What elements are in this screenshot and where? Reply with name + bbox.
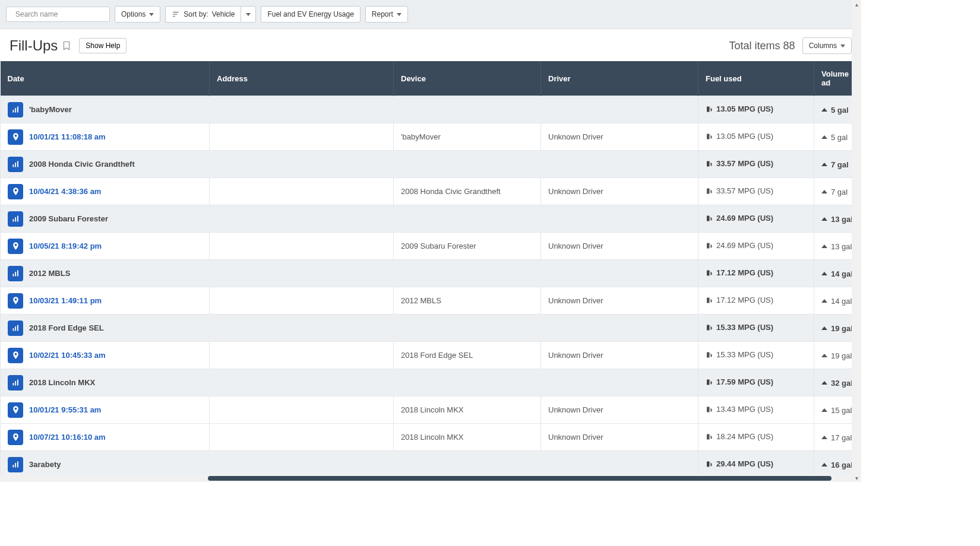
device-cell: 2008 Honda Civic Grandtheft	[394, 178, 541, 205]
svg-rect-9	[15, 163, 16, 167]
date-link[interactable]: 10/02/21 10:45:33 am	[29, 351, 106, 360]
triangle-up-icon	[821, 163, 827, 166]
fuel-value: 24.69 MPG (US)	[716, 241, 773, 250]
group-row[interactable]: 3arabety29.44 MPG (US)16 gal	[1, 451, 862, 478]
table-wrap[interactable]: Date Address Device Driver Fuel used Vol…	[0, 61, 861, 478]
pin-icon[interactable]	[8, 430, 23, 445]
scroll-up-arrow[interactable]: ▴	[853, 1, 859, 7]
search-input[interactable]	[15, 10, 105, 18]
fillups-table: Date Address Device Driver Fuel used Vol…	[0, 61, 861, 478]
group-name: 2018 Ford Edge SEL	[29, 323, 104, 332]
pin-icon[interactable]	[8, 184, 23, 199]
columns-label: Columns	[809, 42, 837, 50]
search-input-wrap[interactable]	[6, 7, 110, 22]
sort-caret-button[interactable]	[241, 6, 256, 23]
columns-button[interactable]: Columns	[802, 37, 852, 54]
report-button[interactable]: Report	[365, 6, 408, 23]
sort-prefix: Sort by:	[184, 10, 208, 18]
group-row[interactable]: 2018 Lincoln MKX17.59 MPG (US)32 gal	[1, 369, 862, 396]
pin-icon[interactable]	[8, 293, 23, 309]
table-row[interactable]: 10/03/21 1:49:11 pm2012 MBLSUnknown Driv…	[1, 287, 862, 315]
svg-rect-6	[15, 108, 16, 113]
sort-button[interactable]: Sort by: Vehicle	[165, 6, 241, 23]
table-header-row: Date Address Device Driver Fuel used Vol…	[1, 61, 862, 96]
date-link[interactable]: 10/07/21 10:16:10 am	[29, 433, 106, 442]
fuel-cell: 17.12 MPG (US)	[706, 268, 773, 277]
options-button[interactable]: Options	[115, 6, 160, 23]
pin-icon[interactable]	[8, 348, 23, 363]
total-items-value: 88	[783, 40, 795, 52]
table-row[interactable]: 10/07/21 10:16:10 am2018 Lincoln MKXUnkn…	[1, 424, 862, 451]
chart-icon[interactable]	[8, 320, 23, 336]
fuel-cell: 33.57 MPG (US)	[706, 186, 773, 195]
scroll-down-arrow[interactable]: ▾	[853, 475, 859, 481]
triangle-up-icon	[821, 326, 827, 330]
device-cell: 2018 Ford Edge SEL	[394, 342, 541, 369]
filter-button[interactable]: Fuel and EV Energy Usage	[261, 6, 360, 23]
sort-button-group: Sort by: Vehicle	[165, 6, 256, 23]
svg-rect-11	[12, 219, 14, 221]
svg-rect-23	[12, 465, 14, 467]
group-row[interactable]: 2012 MBLS17.12 MPG (US)14 gal	[1, 260, 862, 287]
table-row[interactable]: 10/01/21 11:08:18 am'babyMoverUnknown Dr…	[1, 123, 862, 151]
volume-cell: 15 gal	[821, 406, 852, 415]
triangle-up-icon	[821, 463, 827, 466]
show-help-button[interactable]: Show Help	[79, 38, 127, 53]
table-row[interactable]: 10/02/21 10:45:33 am2018 Ford Edge SELUn…	[1, 342, 862, 369]
group-row[interactable]: 2009 Subaru Forester24.69 MPG (US)13 gal	[1, 205, 862, 233]
fuel-pump-icon	[706, 324, 713, 331]
volume-value: 7 gal	[831, 160, 849, 169]
date-link[interactable]: 10/03/21 1:49:11 pm	[29, 296, 102, 305]
chevron-down-icon	[149, 13, 154, 16]
triangle-up-icon	[821, 272, 827, 275]
group-row[interactable]: 2008 Honda Civic Grandtheft33.57 MPG (US…	[1, 151, 862, 178]
chart-icon[interactable]	[8, 157, 23, 172]
filter-label: Fuel and EV Energy Usage	[267, 10, 353, 18]
col-address[interactable]: Address	[210, 61, 394, 96]
volume-cell: 5 gal	[821, 106, 849, 115]
group-row[interactable]: 2018 Ford Edge SEL15.33 MPG (US)19 gal	[1, 315, 862, 342]
date-link[interactable]: 10/01/21 9:55:31 am	[29, 405, 101, 414]
date-link[interactable]: 10/05/21 8:19:42 pm	[29, 242, 102, 250]
col-device[interactable]: Device	[394, 61, 541, 96]
device-cell: 2009 Subaru Forester	[394, 233, 541, 260]
svg-rect-14	[12, 274, 14, 276]
chart-icon[interactable]	[8, 457, 23, 472]
driver-cell: Unknown Driver	[541, 424, 698, 451]
chart-icon[interactable]	[8, 266, 23, 281]
scrollbar-thumb[interactable]	[208, 476, 832, 481]
table-row[interactable]: 10/05/21 8:19:42 pm2009 Subaru ForesterU…	[1, 233, 862, 260]
chart-icon[interactable]	[8, 375, 23, 391]
fuel-value: 13.05 MPG (US)	[716, 104, 773, 113]
svg-rect-24	[15, 463, 16, 468]
table-row[interactable]: 10/01/21 9:55:31 am2018 Lincoln MKXUnkno…	[1, 396, 862, 424]
address-cell	[210, 123, 394, 151]
horizontal-scrollbar[interactable]	[0, 475, 852, 482]
fuel-value: 13.43 MPG (US)	[716, 405, 773, 414]
triangle-up-icon	[821, 217, 827, 221]
volume-value: 5 gal	[831, 133, 848, 142]
chart-icon[interactable]	[8, 211, 23, 227]
table-row[interactable]: 10/04/21 4:38:36 am2008 Honda Civic Gran…	[1, 178, 862, 205]
vertical-scrollbar[interactable]: ▴ ▾	[852, 0, 861, 482]
triangle-up-icon	[821, 245, 827, 248]
group-name: 3arabety	[29, 460, 61, 469]
volume-value: 14 gal	[831, 269, 853, 278]
page-title: Fill-Ups	[10, 37, 72, 54]
pin-icon[interactable]	[8, 239, 23, 254]
pin-icon[interactable]	[8, 129, 23, 145]
date-link[interactable]: 10/01/21 11:08:18 am	[29, 132, 106, 141]
volume-cell: 32 gal	[821, 379, 853, 388]
volume-value: 32 gal	[831, 379, 853, 388]
pin-icon[interactable]	[8, 402, 23, 418]
volume-cell: 14 gal	[821, 269, 853, 278]
group-row[interactable]: 'babyMover13.05 MPG (US)5 gal	[1, 96, 862, 123]
date-link[interactable]: 10/04/21 4:38:36 am	[29, 187, 101, 196]
chart-icon[interactable]	[8, 102, 23, 118]
fuel-cell: 29.44 MPG (US)	[706, 459, 773, 468]
col-date[interactable]: Date	[1, 61, 210, 96]
col-fuel[interactable]: Fuel used	[698, 61, 814, 96]
col-driver[interactable]: Driver	[541, 61, 698, 96]
group-name: 2012 MBLS	[29, 269, 70, 278]
bookmark-icon[interactable]	[61, 40, 72, 51]
